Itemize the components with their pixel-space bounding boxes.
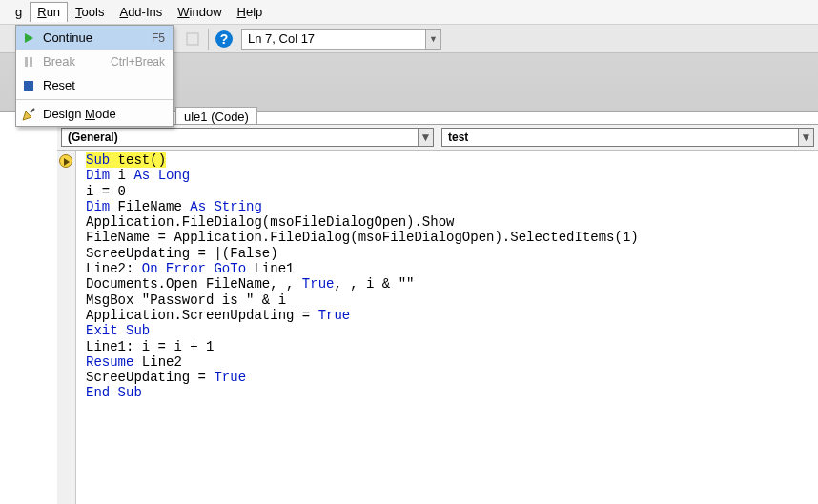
code-window: (General) ▼ test ▼ Sub test() Dim i As L… xyxy=(57,124,818,504)
reset-icon xyxy=(20,77,37,94)
object-combo-value: (General) xyxy=(62,131,418,144)
break-icon xyxy=(20,53,37,71)
chevron-down-icon[interactable]: ▼ xyxy=(425,30,440,49)
procedure-combo-value: test xyxy=(442,131,798,144)
code-gutter xyxy=(57,151,76,504)
menu-item-continue[interactable]: Continue F5 xyxy=(16,26,173,50)
chevron-down-icon[interactable]: ▼ xyxy=(418,129,433,146)
toolbar-disabled-button xyxy=(182,29,203,50)
toolbar-separator xyxy=(208,29,209,50)
menu-addins[interactable]: Add-Ins xyxy=(112,2,170,22)
design-mode-label: Design Mode xyxy=(43,107,165,121)
procedure-combo[interactable]: test ▼ xyxy=(441,128,814,147)
menubar: g Run Tools Add-Ins Window Help xyxy=(0,0,818,25)
run-dropdown: Continue F5 Break Ctrl+Break Reset Desig… xyxy=(15,25,174,127)
design-mode-icon xyxy=(20,106,37,123)
continue-label: Continue xyxy=(43,30,146,45)
break-label: Break xyxy=(43,54,105,69)
svg-marker-5 xyxy=(23,111,31,120)
code-editor[interactable]: Sub test() Dim i As Long i = 0 Dim FileN… xyxy=(80,151,818,504)
object-combo[interactable]: (General) ▼ xyxy=(61,128,434,147)
chevron-down-icon[interactable]: ▼ xyxy=(798,129,813,146)
menu-run[interactable]: Run xyxy=(30,2,68,22)
menu-item-break: Break Ctrl+Break xyxy=(16,50,173,73)
svg-rect-2 xyxy=(25,57,28,67)
menu-tools[interactable]: Tools xyxy=(68,2,112,22)
menu-window[interactable]: Window xyxy=(170,2,229,22)
menu-partial: g xyxy=(8,2,30,22)
svg-marker-1 xyxy=(25,33,33,43)
menu-item-design-mode[interactable]: Design Mode xyxy=(16,102,173,126)
reset-label: Reset xyxy=(43,78,165,92)
help-icon[interactable]: ? xyxy=(214,29,235,50)
continue-icon xyxy=(20,30,37,47)
menu-separator xyxy=(16,99,173,100)
current-line-marker-icon xyxy=(59,154,72,168)
cursor-position-combo[interactable]: Ln 7, Col 17 ▼ xyxy=(241,29,441,50)
menu-help[interactable]: Help xyxy=(230,2,271,22)
combo-row: (General) ▼ test ▼ xyxy=(57,125,818,151)
svg-rect-0 xyxy=(187,33,198,45)
svg-line-6 xyxy=(31,109,34,112)
continue-shortcut: F5 xyxy=(152,31,165,45)
break-shortcut: Ctrl+Break xyxy=(111,55,165,69)
svg-rect-3 xyxy=(30,57,32,67)
menu-item-reset[interactable]: Reset xyxy=(16,73,173,97)
cursor-position-text: Ln 7, Col 17 xyxy=(242,31,425,46)
svg-rect-4 xyxy=(24,81,33,91)
